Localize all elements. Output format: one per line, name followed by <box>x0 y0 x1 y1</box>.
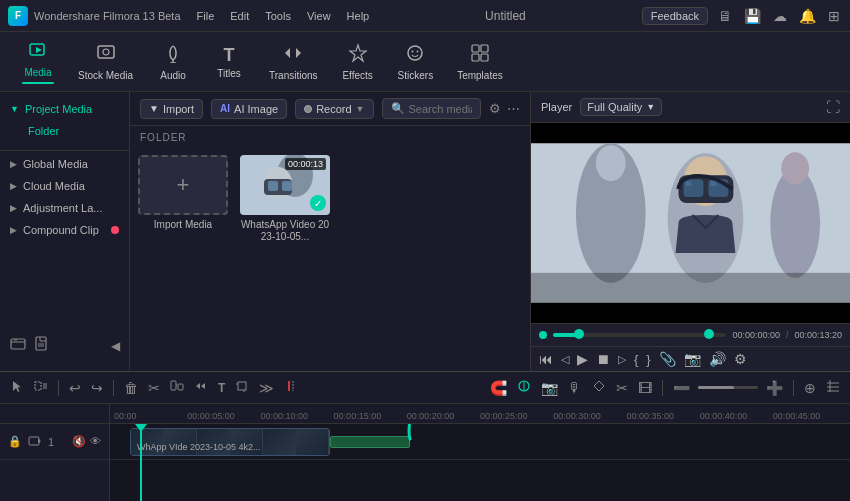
record-button[interactable]: Record ▼ <box>295 99 373 119</box>
text-icon[interactable]: T <box>216 379 227 397</box>
import-media-item[interactable]: + Import Media <box>138 155 228 231</box>
progress-handle[interactable] <box>574 329 584 339</box>
toolbar-item-effects[interactable]: Effects <box>332 37 384 87</box>
cursor-tool-icon[interactable] <box>8 377 26 398</box>
toolbar-item-templates[interactable]: Templates <box>447 37 513 87</box>
add-track-icon[interactable]: ⊕ <box>802 378 818 398</box>
arrow-icon-3: ▶ <box>10 203 17 213</box>
toolbar-item-stickers[interactable]: Stickers <box>388 37 444 87</box>
video-media-item[interactable]: 00:00:13 ✓ WhatsApp Video 2023-10-05... <box>240 155 330 243</box>
track-eye-icon[interactable]: 👁 <box>90 435 101 448</box>
add-file-icon[interactable] <box>34 336 50 355</box>
zoom-in-icon[interactable]: ➕ <box>764 378 785 398</box>
project-media-header[interactable]: ▼ Project Media <box>0 98 129 120</box>
main-layout: ▼ Project Media Folder ▶ Global Media ▶ … <box>0 92 850 371</box>
magnet-icon[interactable]: 🧲 <box>488 378 509 398</box>
progress-bar[interactable] <box>553 333 726 337</box>
menu-edit[interactable]: Edit <box>230 10 249 22</box>
notification-icon[interactable]: 🔔 <box>797 6 818 26</box>
track-lock-icon[interactable]: 🔒 <box>8 435 22 448</box>
collapse-panel-icon[interactable]: ◀ <box>111 339 120 353</box>
video-clip[interactable]: WhApp VIde 2023-10-05 4k2... <box>130 428 330 456</box>
menu-tools[interactable]: Tools <box>265 10 291 22</box>
timeline-toolbar: ↩ ↪ 🗑 ✂ T ≫ 🧲 📷 🎙 ✂ � <box>0 372 850 404</box>
skip-back-icon[interactable]: ⏮ <box>539 351 553 367</box>
mic-icon[interactable]: 🎙 <box>566 378 584 398</box>
svg-point-34 <box>770 168 820 278</box>
search-icon: 🔍 <box>391 102 405 115</box>
compound-clip-label: Compound Clip <box>23 224 99 236</box>
menu-file[interactable]: File <box>197 10 215 22</box>
ripple-delete-icon[interactable] <box>282 377 300 398</box>
quality-select[interactable]: Full Quality ▼ <box>580 98 662 116</box>
film-icon[interactable]: 🎞 <box>636 378 654 398</box>
track-number: 1 <box>48 436 54 448</box>
save-cloud-icon[interactable]: 💾 <box>742 6 763 26</box>
volume-icon[interactable]: 🔊 <box>709 351 726 367</box>
track-label-blank <box>0 404 109 424</box>
more-options-icon[interactable]: ⋯ <box>507 101 520 116</box>
compound-clip-item[interactable]: ▶ Compound Clip <box>0 219 129 241</box>
select-tool-icon[interactable] <box>32 377 50 398</box>
effects-icon <box>348 43 368 68</box>
toolbar-item-titles[interactable]: T Titles <box>203 39 255 85</box>
crop-icon[interactable] <box>233 377 251 398</box>
media-label: Media <box>24 67 51 78</box>
ai-image-button[interactable]: AI AI Image <box>211 99 287 119</box>
svg-rect-13 <box>481 54 488 61</box>
undo-icon[interactable]: ↩ <box>67 378 83 398</box>
toolbar-item-stock-media[interactable]: Stock Media <box>68 37 143 87</box>
zoom-slider[interactable] <box>698 386 758 389</box>
razor-icon[interactable]: ✂ <box>614 378 630 398</box>
mark-out-icon[interactable]: } <box>646 352 650 367</box>
camera-icon[interactable]: 📷 <box>539 378 560 398</box>
more-tools-icon[interactable]: ≫ <box>257 378 276 398</box>
fullscreen-icon[interactable]: ⛶ <box>826 99 840 115</box>
grid-layout-icon[interactable] <box>824 377 842 398</box>
sticker-tl-icon[interactable] <box>590 377 608 398</box>
adjustment-item[interactable]: ▶ Adjustment La... <box>0 197 129 219</box>
delete-icon[interactable]: 🗑 <box>122 378 140 398</box>
folder-item[interactable]: Folder <box>0 120 129 142</box>
add-folder-icon[interactable] <box>10 336 26 355</box>
clip-icon[interactable]: 📎 <box>659 351 676 367</box>
play-icon[interactable]: ▶ <box>577 351 588 367</box>
frame-forward-icon[interactable]: ▷ <box>618 353 626 366</box>
grid-icon[interactable]: ⊞ <box>826 6 842 26</box>
filter-icon[interactable]: ⚙ <box>489 101 501 116</box>
templates-label: Templates <box>457 70 503 81</box>
settings-icon[interactable]: ⚙ <box>734 351 747 367</box>
frame-back-icon[interactable]: ◁ <box>561 353 569 366</box>
toolbar-item-transitions[interactable]: Transitions <box>259 37 328 87</box>
search-box[interactable]: 🔍 <box>382 98 481 119</box>
menu-help[interactable]: Help <box>347 10 370 22</box>
search-input[interactable] <box>409 103 472 115</box>
feedback-button[interactable]: Feedback <box>642 7 708 25</box>
monitor-icon[interactable]: 🖥 <box>716 6 734 26</box>
zoom-out-icon[interactable]: ➖ <box>671 378 692 398</box>
toolbar-item-media[interactable]: Media <box>12 34 64 90</box>
green-clip[interactable] <box>330 436 410 448</box>
quality-arrow-icon: ▼ <box>646 102 655 112</box>
audio-detach-icon[interactable] <box>168 377 186 398</box>
zoom-track <box>698 386 758 389</box>
split-icon[interactable] <box>515 377 533 398</box>
svg-point-8 <box>412 50 414 52</box>
progress-end-handle[interactable] <box>704 329 714 339</box>
upload-icon[interactable]: ☁ <box>771 6 789 26</box>
toolbar-item-audio[interactable]: Audio <box>147 37 199 87</box>
cut-icon[interactable]: ✂ <box>146 378 162 398</box>
track-mute-icon[interactable]: 🔇 <box>72 435 86 448</box>
screenshot-icon[interactable]: 📷 <box>684 351 701 367</box>
mark-in-icon[interactable]: { <box>634 352 638 367</box>
cloud-media-item[interactable]: ▶ Cloud Media <box>0 175 129 197</box>
menu-view[interactable]: View <box>307 10 331 22</box>
stop-icon[interactable]: ⏹ <box>596 351 610 367</box>
import-button[interactable]: ▼ Import <box>140 99 203 119</box>
player-progress-area: 00:00:00:00 / 00:00:13:20 <box>531 323 850 346</box>
redo-icon[interactable]: ↪ <box>89 378 105 398</box>
global-media-item[interactable]: ▶ Global Media <box>0 153 129 175</box>
speed-icon[interactable] <box>192 377 210 398</box>
media-toolbar: ▼ Import AI AI Image Record ▼ 🔍 ⚙ ⋯ <box>130 92 530 126</box>
stock-media-label: Stock Media <box>78 70 133 81</box>
